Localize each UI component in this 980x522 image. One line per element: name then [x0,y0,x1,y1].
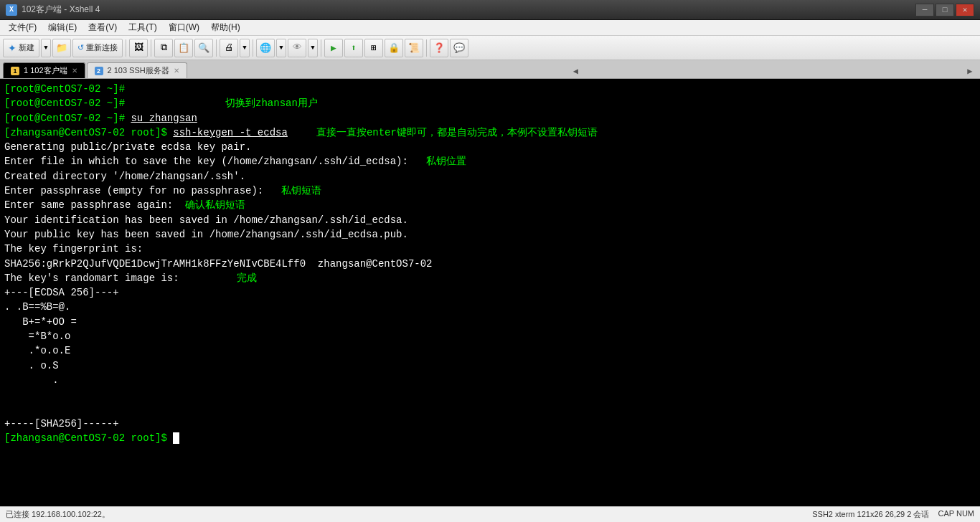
script-button[interactable]: 📜 [405,39,423,57]
print-button[interactable]: 🖨 [220,39,238,57]
menu-file[interactable]: 文件(F) [3,20,42,35]
term-line-23 [4,402,976,417]
term-line-9: Enter same passphrase again: 确认私钥短语 [4,198,976,212]
tab-nav-left[interactable]: ◀ [568,64,583,78]
eye-button[interactable]: 👁 [288,39,306,57]
term-line-13: SHA256:gRrkP2QJufVQDE1DcwjTrAMH1k8FFzYeN… [4,257,976,271]
toolbar-sep-6 [426,39,427,57]
term-line-3: [root@CentOS7-02 ~]# su zhangsan [4,111,976,125]
toolbar: ✦ 新建 ▼ 📁 ↺ 重新连接 🖼 ⧉ 📋 🔍 🖨 ▼ 🌐 ▼ 👁 ▼ ▶ ⬆ … [0,36,980,60]
tab-nav-right[interactable]: ▶ [963,64,977,78]
network-button[interactable]: 🌐 [256,39,275,57]
print-drop[interactable]: ▼ [240,39,250,57]
toolbar-sep-2 [151,39,151,57]
menu-help[interactable]: 帮助(H) [205,20,246,35]
network-drop[interactable]: ▼ [276,39,286,57]
transfer2-button[interactable]: ⬆ [344,39,363,57]
statusbar-connection-info: 已连接 192.168.100.102:22。 [6,509,110,520]
term-line-14: The key's randomart image is:完成 [4,271,976,285]
close-button[interactable]: ✕ [956,4,974,16]
tab-103[interactable]: 2 2 103 SSH服务器 ✕ [87,62,187,78]
app-icon: X [6,4,17,16]
new-dropdown[interactable]: ▼ [41,39,51,57]
maximize-button[interactable]: □ [936,4,954,16]
term-line-17: B+=*+OO = [4,315,976,329]
term-line-24: +----[SHA256]-----+ [4,417,976,431]
menu-edit[interactable]: 编辑(E) [42,20,83,35]
term-line-20: . o.S [4,359,976,373]
term-line-18: =*B*o.o [4,329,976,343]
titlebar: X 102客户端 - Xshell 4 ─ □ ✕ [0,0,980,20]
find-button[interactable]: 🔍 [194,39,213,57]
term-line-19: .*o.o.E [4,343,976,358]
tab-102[interactable]: 1 1 102客户端 ✕ [3,62,85,78]
paste-button[interactable]: 📋 [174,39,193,57]
grid-button[interactable]: ⊞ [364,39,383,57]
menu-window[interactable]: 窗口(W) [163,20,205,35]
term-line-12: The key fingerprint is: [4,242,976,256]
menu-view[interactable]: 查看(V) [83,20,123,35]
term-line-25: [zhangsan@CentOS7-02 root]$ [4,431,976,445]
titlebar-controls: ─ □ ✕ [915,4,974,16]
help-button[interactable]: ❓ [430,39,448,57]
statusbar-caps-num: CAP NUM [938,509,974,520]
term-line-4: [zhangsan@CentOS7-02 root]$ ssh-keygen -… [4,125,976,140]
toolbar-sep-5 [321,39,321,57]
term-line-6: Enter file in which to save the key (/ho… [4,154,976,169]
titlebar-title: 102客户端 - Xshell 4 [22,4,100,16]
statusbar-right: SSH2 xterm 121x26 26,29 2 会话 CAP NUM [812,509,974,520]
screenshot-button[interactable]: 🖼 [129,39,148,57]
titlebar-left: X 102客户端 - Xshell 4 [6,4,100,16]
statusbar-session-info: SSH2 xterm 121x26 26,29 2 会话 [812,509,929,520]
toolbar-sep-1 [126,39,126,57]
tabbar: 1 1 102客户端 ✕ 2 2 103 SSH服务器 ✕ ◀ ▶ [0,60,980,79]
term-line-10: Your identification has been saved in /h… [4,213,976,227]
open-button[interactable]: 📁 [52,39,71,57]
term-line-22 [4,387,976,402]
transfer1-button[interactable]: ▶ [324,39,343,57]
copy-button[interactable]: ⧉ [154,39,173,57]
term-line-5: Generating public/private ecdsa key pair… [4,140,976,154]
term-line-7: Created directory '/home/zhangsan/.ssh'. [4,169,976,184]
eye-drop[interactable]: ▼ [308,39,318,57]
toolbar-sep-3 [216,39,217,57]
statusbar: 已连接 192.168.100.102:22。 SSH2 xterm 121x2… [0,506,980,522]
toolbar-sep-4 [253,39,253,57]
term-line-8: Enter passphrase (empty for no passphras… [4,184,976,198]
tab-102-close[interactable]: ✕ [72,67,77,75]
term-line-16: . .B==%B=@. [4,300,976,314]
minimize-button[interactable]: ─ [915,4,934,16]
term-line-11: Your public key has been saved in /home/… [4,227,976,242]
new-button[interactable]: ✦ 新建 [3,39,39,57]
term-line-2: [root@CentOS7-02 ~]#切换到zhansan用户 [4,96,976,110]
menubar: 文件(F) 编辑(E) 查看(V) 工具(T) 窗口(W) 帮助(H) [0,20,980,36]
lock-button[interactable]: 🔒 [385,39,403,57]
chat-button[interactable]: 💬 [450,39,468,57]
menu-tools[interactable]: 工具(T) [123,20,162,35]
tab-103-close[interactable]: ✕ [174,67,179,75]
term-line-21: . [4,373,976,387]
reconnect-button[interactable]: ↺ 重新连接 [72,39,123,57]
term-line-15: +---[ECDSA 256]---+ [4,285,976,300]
term-line-1: [root@CentOS7-02 ~]# [4,82,976,96]
terminal[interactable]: [root@CentOS7-02 ~]# [root@CentOS7-02 ~]… [0,79,980,506]
